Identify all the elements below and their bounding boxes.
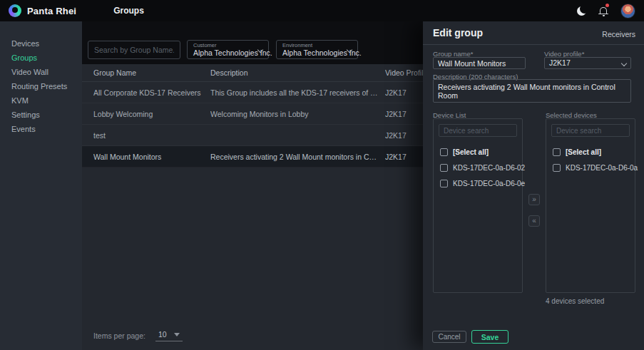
chevron-down-icon	[621, 61, 627, 66]
items-per-page-label: Items per page:	[93, 331, 145, 340]
selected-count-text: 4 devices selected	[546, 297, 604, 305]
column-group-name: Group Name	[93, 68, 210, 77]
move-left-button[interactable]: «	[528, 215, 540, 227]
sidebar-item-devices[interactable]: Devices	[0, 36, 82, 51]
topbar: Panta Rhei Groups	[0, 0, 644, 21]
move-right-button[interactable]: »	[528, 194, 540, 205]
environment-select[interactable]: Environment Alpha Technologies Inc.	[276, 40, 358, 59]
panel-receivers-label: Receivers	[602, 30, 635, 38]
customer-select-label: Customer	[193, 43, 262, 48]
sidebar-item-events[interactable]: Events	[0, 122, 82, 136]
group-name-field[interactable]	[433, 57, 526, 69]
caret-down-icon	[174, 333, 180, 336]
device-list-item[interactable]: KDS-17DEC-0a-D6-0e	[440, 175, 516, 191]
checkbox-icon[interactable]	[440, 164, 448, 172]
sidebar-item-settings[interactable]: Settings	[0, 108, 82, 122]
selected-devices-box: [Select all] KDS-17DEC-0a-D6-0a	[546, 118, 635, 293]
customer-select[interactable]: Customer Alpha Technologies Inc.	[187, 40, 269, 59]
device-list-box: [Select all] KDS-17DEC-0a-D6-02 KDS-17DE…	[433, 118, 523, 293]
save-button[interactable]: Save	[471, 330, 508, 344]
selected-devices-search-input[interactable]	[551, 124, 630, 137]
description-field[interactable]: Receivers activating 2 Wall Mount monito…	[433, 79, 631, 103]
panel-title: Edit group	[433, 27, 483, 38]
device-list-search-input[interactable]	[439, 124, 517, 137]
items-per-page-value: 10	[158, 330, 167, 339]
pagination: Items per page: 10	[93, 330, 183, 341]
device-list-items: [Select all] KDS-17DEC-0a-D6-02 KDS-17DE…	[434, 137, 522, 191]
user-avatar[interactable]	[620, 4, 635, 19]
items-per-page-select[interactable]: 10	[155, 330, 183, 341]
sidebar-item-kvm[interactable]: KVM	[0, 93, 82, 108]
brand-logo-icon	[9, 4, 21, 17]
search-input[interactable]	[88, 41, 180, 59]
topbar-actions	[577, 4, 635, 19]
cell-group-name: All Corporate KDS-17 Receivers	[93, 88, 210, 97]
sidebar-item-video-wall[interactable]: Video Wall	[0, 65, 82, 79]
cell-description: Welcoming Monitors in Lobby	[210, 110, 385, 118]
device-list-select-all[interactable]: [Select all]	[440, 144, 516, 160]
app-window: Panta Rhei Groups Devices Groups Video W…	[0, 0, 644, 350]
dark-mode-moon-icon[interactable]	[577, 6, 586, 16]
notification-dot	[605, 4, 609, 7]
cell-group-name: Lobby Welcoming	[93, 110, 210, 118]
environment-select-value: Alpha Technologies Inc.	[282, 48, 352, 58]
cell-group-name: test	[93, 131, 210, 140]
checkbox-icon[interactable]	[553, 164, 561, 172]
device-list-item[interactable]: KDS-17DEC-0a-D6-02	[440, 160, 516, 175]
cell-group-name: Wall Mount Monitors	[93, 153, 210, 161]
video-profile-value: J2K17	[549, 58, 571, 67]
customer-select-value: Alpha Technologies Inc.	[193, 48, 262, 58]
checkbox-icon[interactable]	[440, 180, 448, 187]
sidebar: Devices Groups Video Wall Routing Preset…	[0, 21, 82, 350]
brand-logo-hole	[12, 7, 18, 13]
selected-devices-select-all[interactable]: [Select all]	[553, 144, 628, 160]
selected-devices-item[interactable]: KDS-17DEC-0a-D6-0a	[553, 160, 628, 175]
brand-name: Panta Rhei	[27, 6, 76, 16]
cancel-button[interactable]: Cancel	[432, 331, 466, 343]
environment-select-label: Environment	[282, 43, 352, 48]
sidebar-item-groups[interactable]: Groups	[0, 51, 82, 65]
cell-description: This Group includes all the KDS-17 recei…	[210, 88, 385, 97]
checkbox-icon[interactable]	[440, 148, 448, 156]
notifications-bell-icon[interactable]	[598, 6, 608, 16]
selected-devices-items: [Select all] KDS-17DEC-0a-D6-0a	[546, 137, 635, 175]
sidebar-item-routing-presets[interactable]: Routing Presets	[0, 79, 82, 93]
column-description: Description	[210, 68, 385, 77]
cell-description: Receivers activating 2 Wall Mount monito…	[210, 153, 385, 161]
edit-group-panel: Edit group Receivers Group name* Video p…	[423, 21, 644, 350]
panel-divider	[423, 44, 644, 45]
video-profile-select[interactable]: J2K17	[544, 57, 631, 69]
topnav-groups[interactable]: Groups	[113, 6, 144, 16]
checkbox-icon[interactable]	[553, 148, 561, 156]
